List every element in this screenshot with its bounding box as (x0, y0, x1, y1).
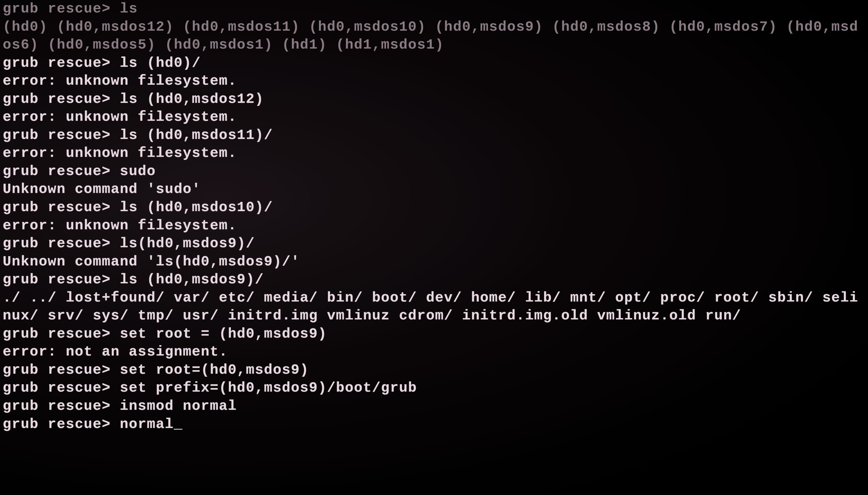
terminal-text: error: unknown filesystem. (3, 73, 237, 89)
terminal-text: ./ ../ lost+found/ var/ etc/ media/ bin/… (3, 290, 858, 324)
terminal-prompt: grub rescue> (3, 164, 120, 180)
terminal-text: ls (hd0,msdos10)/ (120, 200, 273, 216)
terminal-text: error: unknown filesystem. (3, 109, 237, 125)
terminal-text: sudo (120, 164, 156, 180)
terminal-prompt: grub rescue> (3, 91, 120, 107)
terminal-text: insmod normal (120, 398, 237, 414)
terminal-prompt: grub rescue> (3, 326, 120, 342)
terminal-prompt: grub rescue> (3, 398, 120, 414)
terminal-text: error: not an assignment. (3, 344, 228, 360)
terminal-text: (hd0) (hd0,msdos12) (hd0,msdos11) (hd0,m… (3, 19, 858, 53)
terminal-prompt: grub rescue> (3, 272, 120, 288)
terminal-prompt: grub rescue> (3, 380, 120, 396)
terminal-text: set root = (hd0,msdos9) (120, 326, 327, 342)
terminal-prompt: grub rescue> (3, 236, 120, 252)
terminal-text: ls(hd0,msdos9)/ (120, 236, 255, 252)
terminal-text: ls (120, 1, 138, 17)
terminal-text: set root=(hd0,msdos9) (120, 362, 309, 378)
terminal-cursor: _ (174, 415, 183, 434)
terminal-text: normal (120, 416, 174, 432)
terminal-text: ls (hd0,msdos12) (120, 91, 264, 107)
terminal-text: ls (hd0,msdos11)/ (120, 127, 273, 143)
terminal-text: error: unknown filesystem. (3, 218, 237, 234)
terminal-text: error: unknown filesystem. (3, 145, 237, 161)
terminal-text: ls (hd0)/ (120, 55, 201, 71)
terminal-prompt: grub rescue> (3, 55, 120, 71)
terminal-prompt: grub rescue> (3, 200, 120, 216)
terminal-prompt: grub rescue> (3, 1, 120, 17)
terminal-text: ls (hd0,msdos9)/ (120, 272, 264, 288)
terminal-text: Unknown command 'sudo' (3, 181, 201, 197)
terminal-prompt: grub rescue> (3, 127, 120, 143)
terminal-text: Unknown command 'ls(hd0,msdos9)/' (3, 254, 300, 270)
terminal-text: set prefix=(hd0,msdos9)/boot/grub (120, 380, 417, 396)
terminal-prompt: grub rescue> (3, 362, 120, 378)
grub-rescue-terminal[interactable]: grub rescue> ls (hd0) (hd0,msdos12) (hd0… (0, 0, 868, 495)
terminal-prompt: grub rescue> (3, 416, 120, 432)
